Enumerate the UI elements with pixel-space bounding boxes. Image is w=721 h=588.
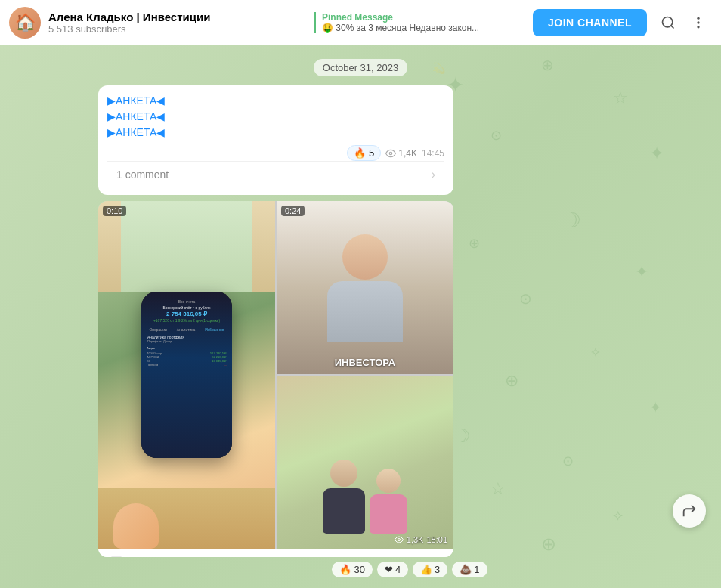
video-cell-top-right[interactable]: 0:24 ИНВЕСТОРА	[277, 201, 453, 374]
message-time: 14:45	[422, 148, 444, 159]
svg-line-1	[671, 25, 674, 28]
reaction-thumbsup-count: 3	[435, 564, 440, 575]
reaction-heart-count: 4	[395, 564, 401, 575]
video1-duration: 0:10	[103, 206, 126, 216]
reaction-fire-button[interactable]: 🔥 5	[347, 145, 381, 161]
video-thumb-large: Все счета Брокерский счёт • в рублях 2 7…	[98, 201, 275, 549]
reaction-count: 5	[369, 147, 374, 159]
svg-point-3	[697, 21, 699, 23]
date-badge: October 31, 2023	[314, 59, 407, 76]
pinned-text: 🤑 30% за 3 месяца Недавно закон...	[322, 23, 525, 33]
svg-point-2	[697, 17, 699, 19]
video-thumb-bottom-right	[277, 376, 453, 549]
header-icons	[654, 9, 712, 36]
anket-line-3[interactable]: ▶АНКЕТА◀	[107, 125, 444, 141]
reaction-chip-fire[interactable]: 🔥 30	[332, 562, 372, 577]
header: 🏠 Алена Кладько | Инвестиции 5 513 subsc…	[0, 0, 721, 45]
reaction-poop-emoji: 💩	[460, 564, 472, 575]
chat-area: October 31, 2023 ▶АНКЕТА◀ ▶АНКЕТА◀ ▶АНКЕ…	[0, 45, 721, 588]
view-count: 1,4K	[385, 148, 417, 159]
svg-point-6	[398, 539, 400, 541]
message-text: ▶АНКЕТА◀ ▶АНКЕТА◀ ▶АНКЕТА◀	[107, 93, 444, 141]
svg-point-5	[390, 152, 393, 155]
avatar[interactable]: 🏠	[9, 7, 41, 39]
more-options-button[interactable]	[685, 9, 712, 36]
channel-info[interactable]: Алена Кладько | Инвестиции 5 513 subscri…	[48, 11, 306, 35]
video3-view-count: 1,3K	[407, 535, 424, 544]
eye-icon	[385, 148, 396, 159]
reaction-chip-thumbsup[interactable]: 👍 3	[413, 562, 447, 577]
pinned-label: Pinned Message	[322, 12, 525, 23]
subscriber-count: 5 513 subscribers	[48, 23, 306, 35]
message-bubble: ▶АНКЕТА◀ ▶АНКЕТА◀ ▶АНКЕТА◀ 🔥 5 1,4K 14:4…	[98, 85, 453, 195]
reaction-thumbsup-emoji: 👍	[420, 564, 432, 575]
anket-line-1[interactable]: ▶АНКЕТА◀	[107, 93, 444, 109]
pinned-emoji: 🤑	[322, 23, 333, 33]
svg-point-0	[663, 17, 673, 26]
reaction-chip-heart[interactable]: ❤ 4	[377, 562, 408, 577]
video-cell-bottom-right[interactable]: 1,3K 18:01	[277, 376, 453, 549]
messages-container: October 31, 2023 ▶АНКЕТА◀ ▶АНКЕТА◀ ▶АНКЕ…	[0, 45, 721, 588]
message-meta: 🔥 5 1,4K 14:45	[107, 145, 444, 161]
eye-icon-video3	[395, 535, 404, 544]
reactions-row: 🔥 30 ❤ 4 👍 3 💩 1	[234, 557, 487, 580]
channel-name: Алена Кладько | Инвестиции	[48, 11, 306, 23]
video2-overlay-text: ИНВЕСТОРА	[277, 357, 453, 368]
reaction-poop-count: 1	[474, 564, 479, 575]
reaction-heart-emoji: ❤	[385, 564, 393, 575]
video-thumb-top-right	[277, 201, 453, 374]
pinned-content: 30% за 3 месяца Недавно закон...	[336, 23, 479, 33]
video2-duration: 0:24	[281, 206, 305, 216]
search-icon	[661, 15, 676, 30]
video3-time: 18:01	[426, 535, 447, 544]
join-channel-button[interactable]: JOIN CHANNEL	[533, 9, 647, 36]
media-message: Все счета Брокерский счёт • в рублях 2 7…	[98, 201, 453, 557]
phone-screen: Все счета Брокерский счёт • в рублях 2 7…	[141, 292, 232, 458]
video-cell-large[interactable]: Все счета Брокерский счёт • в рублях 2 7…	[98, 201, 275, 549]
comment-count: 1 comment	[116, 169, 169, 181]
svg-point-4	[697, 26, 699, 28]
more-icon	[691, 15, 706, 30]
reaction-chip-poop[interactable]: 💩 1	[452, 562, 487, 577]
media-grid: Все счета Брокерский счёт • в рублях 2 7…	[98, 201, 453, 549]
reaction-emoji: 🔥	[354, 147, 366, 159]
chevron-right-icon: ›	[432, 168, 435, 181]
forward-button[interactable]	[673, 494, 706, 528]
comment-bar[interactable]: 1 comment ›	[107, 161, 444, 187]
comment-icon	[109, 556, 124, 557]
video3-stats: 1,3K 18:01	[395, 535, 447, 544]
reaction-fire-emoji: 🔥	[339, 564, 351, 575]
forward-icon	[681, 503, 698, 519]
search-button[interactable]	[654, 9, 682, 36]
anket-line-2[interactable]: ▶АНКЕТА◀	[107, 109, 444, 125]
avatar-emoji: 🏠	[15, 13, 36, 32]
view-count-text: 1,4K	[398, 148, 417, 159]
pinned-message[interactable]: Pinned Message 🤑 30% за 3 месяца Недавно…	[314, 12, 525, 33]
phone-mockup: Все счета Брокерский счёт • в рублях 2 7…	[141, 292, 232, 458]
reaction-fire-count: 30	[354, 564, 364, 575]
leave-comment-bar[interactable]: Leave a comment ›	[98, 549, 453, 557]
